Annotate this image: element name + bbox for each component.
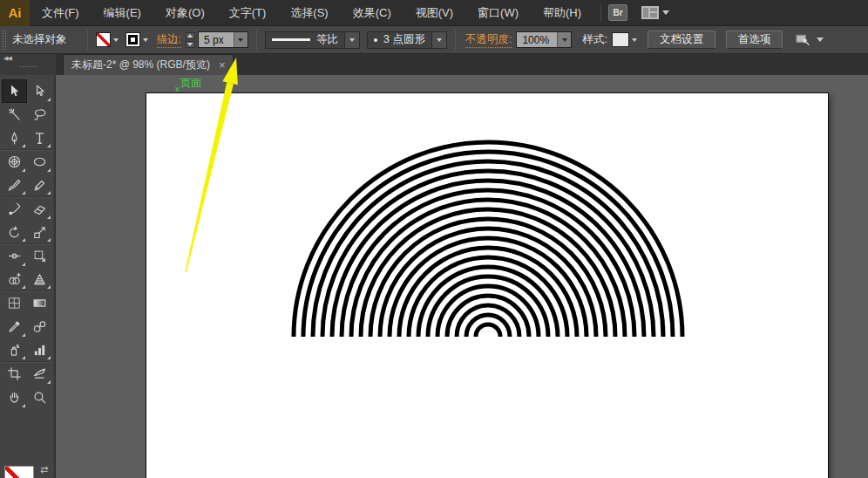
swap-fill-stroke-icon[interactable]: ⇄	[40, 464, 48, 475]
eraser-tool-icon	[32, 201, 47, 216]
column-graph-tool[interactable]	[27, 338, 52, 362]
profile-label: 等比	[316, 32, 338, 47]
tools-panel-header: ◀◀	[0, 54, 56, 75]
eraser-tool[interactable]	[27, 197, 52, 221]
menu-item-4[interactable]: 选择(S)	[278, 0, 340, 26]
stroke-width-combo[interactable]: 5 px	[198, 31, 248, 48]
stroke-width-value[interactable]: 5 px	[199, 32, 234, 47]
zoom-tool[interactable]	[27, 386, 52, 409]
tools-panel: ⇄	[0, 75, 56, 478]
lasso-tool-icon	[32, 107, 47, 122]
stroke-color-dropdown[interactable]	[125, 32, 148, 47]
menu-item-8[interactable]: 帮助(H)	[531, 0, 593, 26]
blend-tool-icon	[32, 319, 47, 334]
stroke-width-stepper[interactable]	[186, 32, 195, 48]
brush-dropdown-button[interactable]	[432, 31, 447, 49]
stroke-width-dropdown-button[interactable]	[234, 32, 248, 47]
stroke-panel-link[interactable]: 描边:	[157, 32, 181, 48]
artboard-origin-mark: x	[175, 85, 180, 93]
opacity-combo[interactable]: 100%	[516, 31, 572, 48]
width-profile-combo[interactable]: 等比	[265, 31, 345, 49]
control-bar: 未选择对象 描边: 5 px 等比	[0, 26, 868, 54]
pen-tool[interactable]	[2, 126, 27, 150]
artboard-tool[interactable]	[2, 362, 27, 386]
chevron-down-icon	[143, 38, 148, 42]
fill-color-dropdown[interactable]	[96, 32, 119, 47]
menu-item-7[interactable]: 窗口(W)	[465, 0, 531, 26]
type-tool[interactable]	[27, 126, 52, 150]
width-profile-dropdown-button[interactable]	[345, 31, 360, 49]
workspace-switcher[interactable]	[641, 6, 669, 19]
artboard-name-label: 页面	[180, 76, 201, 91]
brush-label: 3 点圆形	[383, 32, 425, 47]
rotate-tool[interactable]	[2, 221, 27, 244]
flyout-triangle-icon	[47, 380, 51, 384]
lasso-tool[interactable]	[27, 103, 52, 126]
gradient-tool-icon	[32, 296, 47, 311]
selection-tool-icon	[7, 84, 22, 99]
document-tab-title: 未标题-2* @ 98% (RGB/预览)	[71, 58, 210, 72]
flyout-triangle-icon	[22, 356, 25, 359]
menu-item-1[interactable]: 编辑(E)	[92, 0, 153, 26]
opacity-dropdown-button[interactable]	[557, 32, 571, 47]
hand-tool-icon	[7, 390, 22, 405]
selection-tool[interactable]	[2, 79, 27, 103]
symbol-sprayer-tool[interactable]	[2, 338, 27, 362]
menu-item-2[interactable]: 对象(O)	[153, 0, 217, 26]
menu-item-6[interactable]: 视图(V)	[403, 0, 465, 26]
collapse-panel-icon[interactable]: ◀◀	[3, 55, 11, 62]
slice-tool[interactable]	[27, 362, 52, 386]
eyedropper-tool-icon	[7, 319, 22, 334]
menu-item-0[interactable]: 文件(F)	[30, 0, 92, 26]
polar-grid-tool[interactable]	[2, 150, 27, 174]
perspective-grid-tool[interactable]	[27, 268, 52, 291]
shape-builder-tool[interactable]	[2, 268, 27, 291]
scale-tool-icon	[32, 225, 47, 240]
close-tab-icon[interactable]: ×	[219, 59, 226, 71]
flyout-triangle-icon	[22, 144, 25, 147]
scale-tool[interactable]	[27, 221, 52, 244]
blend-tool[interactable]	[27, 315, 52, 338]
paintbrush-tool[interactable]	[2, 174, 27, 197]
column-graph-tool-icon	[32, 343, 47, 358]
flyout-triangle-icon	[22, 285, 25, 289]
tools-panel-grip[interactable]	[19, 65, 38, 69]
magic-wand-tool[interactable]	[2, 103, 27, 126]
mesh-tool[interactable]	[2, 291, 27, 315]
eyedropper-tool[interactable]	[2, 315, 27, 338]
brush-definition-combo[interactable]: 3 点圆形	[367, 31, 432, 49]
width-tool[interactable]	[2, 244, 27, 268]
menu-item-3[interactable]: 文字(T)	[217, 0, 279, 26]
divider	[256, 30, 257, 51]
preferences-button[interactable]: 首选项	[726, 31, 783, 49]
document-tab[interactable]: 未标题-2* @ 98% (RGB/预览) ×	[63, 54, 234, 75]
pen-tool-icon	[7, 131, 22, 146]
document-tab-bar: 未标题-2* @ 98% (RGB/预览) ×	[56, 54, 868, 75]
opacity-panel-link[interactable]: 不透明度:	[465, 32, 512, 48]
chevron-down-icon	[662, 10, 669, 15]
flyout-triangle-icon	[22, 404, 25, 407]
flyout-triangle-icon	[47, 98, 51, 101]
menu-item-5[interactable]: 效果(C)	[341, 0, 403, 26]
workspace-layout-icon	[641, 6, 659, 19]
width-tool-icon	[7, 249, 22, 263]
opacity-value[interactable]: 100%	[517, 32, 557, 47]
flyout-triangle-icon	[47, 285, 51, 289]
style-dropdown[interactable]	[612, 32, 637, 47]
hand-tool[interactable]	[2, 386, 27, 409]
pencil-tool[interactable]	[27, 174, 52, 197]
select-similar-dropdown[interactable]	[795, 33, 824, 47]
flyout-triangle-icon	[47, 168, 51, 172]
menubar-divider	[600, 4, 601, 22]
document-setup-button[interactable]: 文档设置	[648, 31, 715, 49]
rotate-tool-icon	[7, 225, 22, 240]
free-transform-tool[interactable]	[27, 244, 52, 268]
gradient-tool[interactable]	[27, 291, 52, 315]
ellipse-tool[interactable]	[27, 150, 52, 174]
direct-selection-tool[interactable]	[27, 79, 52, 103]
blob-brush-tool[interactable]	[2, 197, 27, 221]
control-bar-grip[interactable]	[2, 30, 7, 51]
fill-swatch-none[interactable]	[4, 466, 34, 478]
slice-tool-icon	[32, 366, 47, 381]
bridge-button[interactable]: Br	[608, 4, 627, 21]
